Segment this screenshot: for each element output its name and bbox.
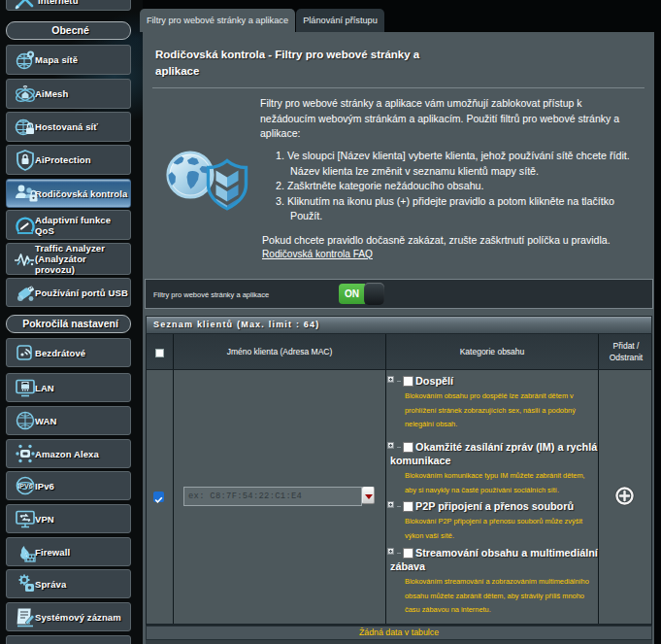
svg-text:IPV6: IPV6: [17, 483, 32, 490]
